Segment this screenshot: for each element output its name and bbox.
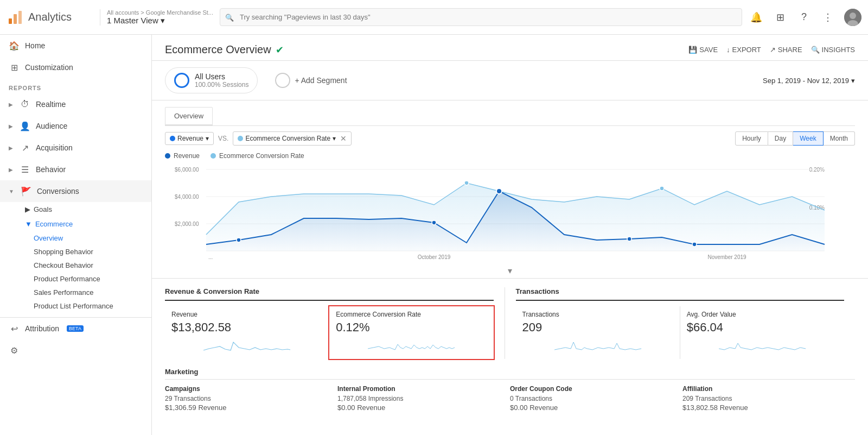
home-icon: 🏠 bbox=[9, 40, 20, 51]
ecommerce-collapse-icon: ▼ bbox=[25, 220, 32, 228]
page-title: Ecommerce Overview ✔ bbox=[165, 43, 284, 56]
beta-badge: BETA bbox=[67, 325, 84, 332]
svg-rect-1 bbox=[14, 14, 17, 24]
sidebar-item-behavior[interactable]: ▶ ☰ Behavior bbox=[0, 159, 151, 180]
add-segment-icon bbox=[275, 73, 290, 88]
segment-circle-icon bbox=[174, 73, 189, 88]
insights-icon: 🔍 bbox=[811, 46, 820, 54]
reports-label: REPORTS bbox=[0, 78, 151, 93]
conversion-sparkline bbox=[336, 337, 487, 353]
breadcrumb: All accounts > Google Merchandise St... bbox=[107, 9, 213, 16]
svg-point-15 bbox=[496, 188, 502, 194]
expand-arrow-icon: ▶ bbox=[9, 145, 13, 151]
chart-controls: Revenue ▾ VS. Ecommerce Conversion Rate … bbox=[165, 125, 855, 150]
export-icon: ↓ bbox=[726, 46, 730, 54]
main-layout: 🏠 Home ⊞ Customization REPORTS ▶ ⏱ Realt… bbox=[0, 35, 868, 435]
all-users-segment[interactable]: All Users 100.00% Sessions bbox=[165, 67, 258, 93]
avatar[interactable] bbox=[844, 9, 861, 26]
svg-text:October 2019: October 2019 bbox=[418, 254, 451, 260]
marketing-section: Marketing Campaigns 29 Transactions $1,3… bbox=[152, 359, 868, 412]
sidebar-item-customization[interactable]: ⊞ Customization bbox=[0, 56, 151, 78]
svg-point-21 bbox=[660, 186, 664, 191]
chart-expand-button[interactable]: ▾ bbox=[165, 263, 855, 278]
svg-point-20 bbox=[464, 181, 469, 185]
notifications-icon[interactable]: 🔔 bbox=[749, 10, 764, 25]
date-range-selector[interactable]: Sep 1, 2019 - Nov 12, 2019 ▾ bbox=[763, 77, 855, 85]
save-button[interactable]: 💾 SAVE bbox=[688, 46, 718, 54]
sidebar-sub-sales-performance[interactable]: Sales Performance bbox=[9, 286, 151, 299]
metrics-section: Revenue & Conversion Rate Revenue $13,80… bbox=[152, 278, 868, 359]
sidebar-item-audience[interactable]: ▶ 👤 Audience bbox=[0, 115, 151, 137]
transactions-card[interactable]: Transactions 209 bbox=[516, 306, 680, 359]
ecommerce-header[interactable]: ▼ Ecommerce bbox=[9, 217, 151, 231]
week-button[interactable]: Week bbox=[793, 131, 823, 146]
goals-header[interactable]: ▶ Goals bbox=[9, 202, 151, 217]
export-button[interactable]: ↓ EXPORT bbox=[726, 46, 761, 54]
sidebar-item-conversions[interactable]: ▼ 🚩 Conversions bbox=[0, 180, 151, 202]
sidebar-item-home[interactable]: 🏠 Home bbox=[0, 35, 151, 56]
insights-button[interactable]: 🔍 INSIGHTS bbox=[811, 46, 855, 54]
day-button[interactable]: Day bbox=[768, 131, 793, 146]
metric1-selector[interactable]: Revenue ▾ bbox=[165, 132, 214, 145]
account-view-selector[interactable]: 1 Master View ▾ bbox=[107, 16, 213, 26]
expand-arrow-icon: ▶ bbox=[9, 167, 13, 173]
avg-order-sparkline bbox=[687, 337, 838, 353]
account-area: All accounts > Google Merchandise St... … bbox=[100, 9, 213, 26]
legend-conversion: Ecommerce Conversion Rate bbox=[210, 152, 304, 160]
attribution-icon: ↩ bbox=[9, 323, 20, 334]
avg-order-value-card[interactable]: Avg. Order Value $66.04 bbox=[680, 306, 844, 359]
segment-bar: All Users 100.00% Sessions + Add Segment… bbox=[152, 61, 868, 100]
goals-expand-icon: ▶ bbox=[25, 205, 30, 213]
expand-icon: ▾ bbox=[508, 266, 512, 276]
sidebar-item-realtime[interactable]: ▶ ⏱ Realtime bbox=[0, 93, 151, 115]
sidebar-sub-product-list-performance[interactable]: Product List Performance bbox=[9, 299, 151, 313]
share-icon: ↗ bbox=[770, 46, 776, 54]
metric1-chevron-icon: ▾ bbox=[206, 135, 209, 142]
conversion-rate-card[interactable]: Ecommerce Conversion Rate 0.12% bbox=[328, 305, 494, 360]
add-segment-button[interactable]: + Add Segment bbox=[266, 68, 355, 92]
expand-arrow-icon: ▶ bbox=[9, 102, 13, 108]
sidebar-item-acquisition[interactable]: ▶ ↗ Acquisition bbox=[0, 137, 151, 159]
sidebar-sub-overview[interactable]: Overview bbox=[9, 231, 151, 245]
sidebar-item-settings[interactable]: ⚙ bbox=[0, 339, 151, 361]
month-button[interactable]: Month bbox=[824, 131, 855, 146]
share-button[interactable]: ↗ SHARE bbox=[770, 46, 802, 54]
chart-legend: Revenue Ecommerce Conversion Rate bbox=[165, 150, 855, 164]
metric1-dot bbox=[170, 136, 175, 141]
goals-section: ▶ Goals bbox=[0, 202, 151, 217]
metric-cards-group2: Transactions 209 Avg. Order Value $66.04 bbox=[516, 306, 845, 359]
revenue-card[interactable]: Revenue $13,802.58 bbox=[165, 306, 329, 359]
metric2-dot bbox=[238, 136, 243, 141]
svg-point-19 bbox=[692, 242, 697, 247]
overview-tab[interactable]: Overview bbox=[165, 107, 213, 125]
hourly-button[interactable]: Hourly bbox=[735, 131, 768, 146]
ecommerce-section: ▼ Ecommerce Overview Shopping Behavior C… bbox=[0, 217, 151, 313]
svg-point-17 bbox=[432, 220, 436, 225]
help-icon[interactable]: ? bbox=[796, 10, 812, 25]
transactions-group: Transactions Transactions 209 Avg. Order… bbox=[505, 287, 856, 359]
more-icon[interactable]: ⋮ bbox=[820, 10, 835, 25]
svg-point-16 bbox=[237, 238, 241, 242]
apps-grid-icon[interactable]: ⊞ bbox=[773, 10, 788, 25]
revenue-sparkline bbox=[171, 337, 322, 353]
svg-point-4 bbox=[850, 12, 856, 19]
logo-area: Analytics bbox=[7, 9, 93, 26]
svg-rect-2 bbox=[18, 11, 22, 24]
svg-text:$2,000.00: $2,000.00 bbox=[175, 221, 199, 227]
acquisition-icon: ↗ bbox=[20, 142, 30, 153]
svg-text:November 2019: November 2019 bbox=[707, 254, 746, 260]
metric2-selector[interactable]: Ecommerce Conversion Rate ▾ ✕ bbox=[233, 131, 352, 146]
sidebar-item-attribution[interactable]: ↩ Attribution BETA bbox=[0, 318, 151, 339]
analytics-logo-icon bbox=[7, 9, 24, 26]
sidebar-sub-checkout-behavior[interactable]: Checkout Behavior bbox=[9, 259, 151, 272]
revenue-conversion-group: Revenue & Conversion Rate Revenue $13,80… bbox=[165, 287, 505, 359]
sidebar-sub-shopping-behavior[interactable]: Shopping Behavior bbox=[9, 245, 151, 259]
segment-info: All Users 100.00% Sessions bbox=[195, 72, 248, 89]
affiliation-col: Affiliation 209 Transactions $13,802.58 … bbox=[682, 385, 855, 412]
header-actions: 💾 SAVE ↓ EXPORT ↗ SHARE 🔍 INSIGHTS bbox=[688, 46, 855, 54]
app-title: Analytics bbox=[28, 11, 72, 23]
behavior-icon: ☰ bbox=[20, 164, 30, 175]
metric2-close-icon[interactable]: ✕ bbox=[340, 134, 347, 143]
search-input[interactable] bbox=[220, 8, 742, 26]
sidebar-sub-product-performance[interactable]: Product Performance bbox=[9, 272, 151, 286]
